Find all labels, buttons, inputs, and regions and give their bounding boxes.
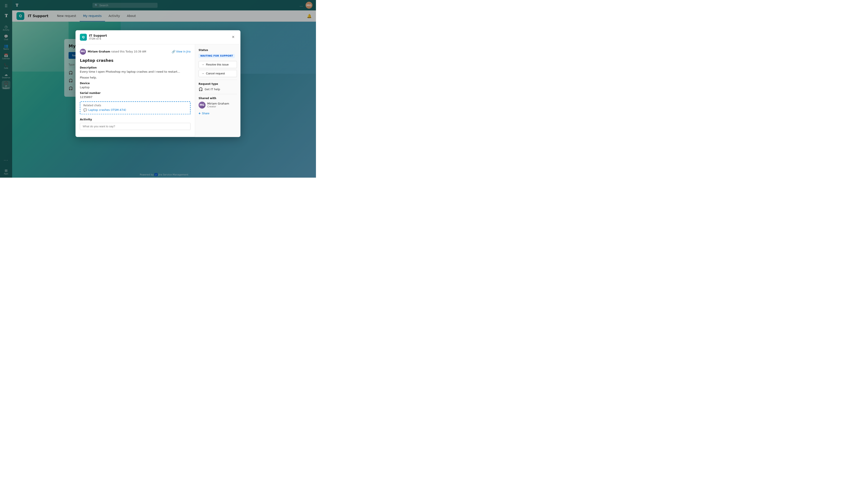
modal-header: Q IT Support ITSM-474 ✕ xyxy=(75,30,241,44)
modal-app-name: IT Support xyxy=(89,34,228,37)
related-chats-title: Related chats xyxy=(83,104,187,107)
activity-section: Activity xyxy=(80,118,190,130)
activity-title: Activity xyxy=(80,118,190,121)
cancel-request-button[interactable]: → Cancel request xyxy=(198,70,237,77)
modal-ticket-id: ITSM-474 xyxy=(89,37,228,40)
modal-dialog: Q IT Support ITSM-474 ✕ MG Miriam Graham… xyxy=(75,30,241,137)
shared-user-info: Miriam Graham Creator xyxy=(207,102,229,108)
plus-icon: + xyxy=(198,111,200,116)
related-chats-section: Related chats 💬 Laptop crashes (ITSM-474… xyxy=(80,101,190,114)
issue-meta: MG Miriam Graham raised this Today 10:39… xyxy=(80,48,190,55)
status-section-title: Status xyxy=(198,48,237,52)
modal-app-logo: Q xyxy=(80,34,87,40)
request-type-title: Request type xyxy=(198,83,237,86)
divider-1 xyxy=(198,79,237,80)
serial-value: 1235897 xyxy=(80,95,190,99)
device-label: Device xyxy=(80,82,190,85)
modal-close-button[interactable]: ✕ xyxy=(230,34,236,40)
issue-title: Laptop crashes xyxy=(80,58,190,63)
modal-left-panel: MG Miriam Graham raised this Today 10:39… xyxy=(75,44,195,137)
arrow-right-icon-2: → xyxy=(202,72,204,75)
activity-input[interactable] xyxy=(80,123,190,130)
serial-label: Serial number xyxy=(80,92,190,95)
related-chat-item[interactable]: 💬 Laptop crashes (ITSM-474) xyxy=(83,108,187,112)
shared-with-row: MG Miriam Graham Creator xyxy=(198,101,237,108)
help-text: Please help. xyxy=(80,76,190,79)
modal-right-panel: Status WAITING FOR SUPPORT → Resolve thi… xyxy=(195,44,241,137)
view-in-jira-link[interactable]: 🔗 View in Jira xyxy=(172,50,190,53)
resolve-issue-button[interactable]: → Resolve this issue xyxy=(198,61,237,68)
chat-icon: 💬 xyxy=(83,108,87,112)
description-label: Description xyxy=(80,66,190,69)
reporter-avatar: MG xyxy=(80,48,86,55)
modal-title-group: IT Support ITSM-474 xyxy=(89,34,228,40)
shared-user-avatar: MG xyxy=(198,101,206,108)
status-badge: WAITING FOR SUPPORT xyxy=(198,54,235,58)
request-type-value: Get IT help xyxy=(205,88,220,91)
reporter-info: Miriam Graham raised this Today 10:39 AM xyxy=(88,50,170,53)
shared-user-role: Creator xyxy=(207,105,229,108)
device-value: Laptop xyxy=(80,86,190,89)
arrow-right-icon: → xyxy=(202,63,204,66)
description-value: Every time I open Photoshop my laptop cr… xyxy=(80,70,190,73)
shared-user-name: Miriam Graham xyxy=(207,102,229,105)
shared-with-title: Shared with xyxy=(198,97,237,100)
share-button[interactable]: + Share xyxy=(198,110,209,116)
jira-icon: 🔗 xyxy=(172,50,175,53)
request-type-icon: 🎧 xyxy=(198,87,203,91)
modal-body: MG Miriam Graham raised this Today 10:39… xyxy=(75,44,241,137)
request-type-row: 🎧 Get IT help xyxy=(198,87,237,91)
